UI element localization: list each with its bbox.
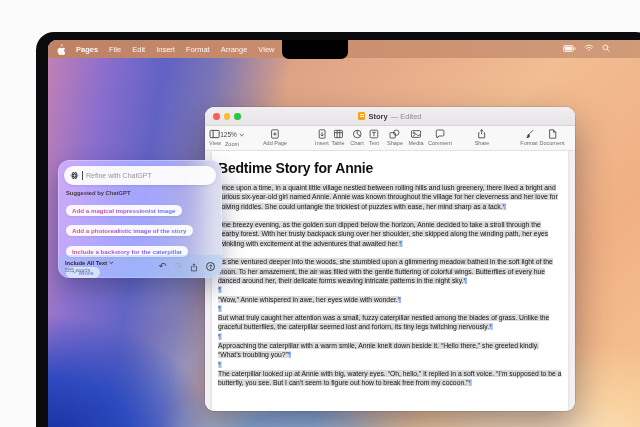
pilcrow-mark: ¶	[218, 333, 222, 340]
pilcrow-mark: ¶	[463, 277, 467, 284]
add-page-button[interactable]: Add Page	[263, 129, 287, 146]
zoom-dropdown[interactable]: 125% Zoom	[220, 129, 244, 147]
text-button[interactable]: Text	[369, 129, 379, 146]
pilcrow-mark: ¶	[503, 203, 507, 210]
redo-icon[interactable]: ↷	[174, 262, 182, 271]
table-icon	[333, 129, 343, 139]
word-count: 585 words	[65, 267, 114, 273]
view-icon	[209, 129, 220, 139]
suggested-by-chatgpt-label: Suggested by ChatGPT	[66, 190, 214, 196]
apple-menu-icon[interactable]	[56, 44, 65, 55]
document-button[interactable]: Document	[539, 129, 564, 146]
chart-button[interactable]: Chart	[350, 129, 363, 146]
macbook-screen: Pages File Edit Insert Format Arrange Vi…	[48, 40, 640, 427]
suggestion-pill[interactable]: Add a photorealistic image of the story	[66, 225, 193, 236]
share-icon[interactable]	[190, 258, 198, 276]
battery-icon[interactable]	[563, 45, 576, 54]
media-icon	[410, 129, 421, 139]
prompt-placeholder: Refine with ChatGPT	[86, 172, 152, 179]
menu-item-pages[interactable]: Pages	[76, 45, 98, 54]
paragraph: Once upon a time, in a quaint little vil…	[218, 183, 562, 211]
wifi-icon[interactable]	[584, 44, 594, 54]
chatgpt-prompt-input[interactable]: Refine with ChatGPT	[64, 166, 216, 185]
pilcrow-mark: ¶	[288, 351, 292, 358]
format-icon	[524, 129, 534, 139]
refine-with-chatgpt-panel: Refine with ChatGPT Suggested by ChatGPT…	[58, 160, 222, 278]
text-icon	[369, 129, 379, 139]
empty-paragraph: ¶	[218, 304, 562, 313]
chatgpt-logo-icon	[70, 171, 79, 180]
pilcrow-mark: ¶	[399, 240, 403, 247]
add-page-icon	[270, 129, 280, 139]
include-all-text-dropdown[interactable]: Include All Text 585 words	[65, 260, 114, 273]
pilcrow-mark: ¶	[489, 323, 493, 330]
chevron-down-icon	[109, 261, 114, 265]
menu-item-file[interactable]: File	[109, 45, 121, 54]
menu-item-arrange[interactable]: Arrange	[221, 45, 248, 54]
empty-paragraph: ¶	[218, 248, 562, 257]
paragraph: The caterpillar looked up at Annie with …	[218, 369, 562, 388]
empty-paragraph: ¶	[218, 332, 562, 341]
pilcrow-mark: ¶	[218, 286, 222, 293]
undo-icon[interactable]: ↶	[158, 262, 166, 271]
send-button[interactable]	[206, 262, 216, 272]
share-button[interactable]: Share	[475, 129, 490, 146]
chart-icon	[352, 129, 362, 139]
insert-button[interactable]: Insert	[315, 129, 329, 146]
paragraph: But what truly caught her attention was …	[218, 313, 562, 332]
window-edited-status: — Edited	[391, 112, 422, 121]
window-title: Story	[368, 112, 387, 121]
shape-button[interactable]: Shape	[387, 129, 403, 146]
pilcrow-mark: ¶	[218, 305, 222, 312]
panel-footer: Include All Text 585 words ↶ ↷	[58, 255, 222, 278]
menu-item-edit[interactable]: Edit	[132, 45, 145, 54]
share-icon	[477, 129, 487, 139]
menu-item-view[interactable]: View	[258, 45, 274, 54]
menu-item-format[interactable]: Format	[186, 45, 210, 54]
minimize-window-button[interactable]	[224, 113, 231, 120]
window-title-bar: Story — Edited	[205, 107, 575, 126]
shape-icon	[390, 129, 401, 139]
zoom-window-button[interactable]	[234, 113, 241, 120]
pilcrow-mark: ¶	[468, 379, 472, 386]
arrow-up-icon	[208, 264, 214, 270]
table-button[interactable]: Table	[331, 129, 344, 146]
format-button[interactable]: Format	[520, 129, 537, 146]
suggestion-pill[interactable]: Add a magical impressionist image	[66, 205, 182, 216]
insert-icon	[317, 129, 327, 139]
empty-paragraph: ¶	[218, 360, 562, 369]
document-icon	[547, 129, 557, 139]
view-button[interactable]: View	[209, 129, 221, 146]
paragraph: One breezy evening, as the golden sun di…	[218, 220, 562, 248]
menu-item-insert[interactable]: Insert	[156, 45, 175, 54]
paragraph: Approaching the caterpillar with a warm …	[218, 341, 562, 360]
pages-window: Story — Edited View 125% Zoom Add P	[205, 107, 575, 411]
pages-toolbar: View 125% Zoom Add Page Insert	[205, 126, 575, 151]
document-canvas: Bedtime Story for Annie Once upon a time…	[205, 151, 575, 410]
text-caret	[82, 171, 83, 180]
search-icon[interactable]	[602, 44, 610, 54]
empty-paragraph: ¶	[218, 285, 562, 294]
camera-notch	[282, 40, 348, 59]
document-body: Bedtime Story for Annie Once upon a time…	[212, 151, 568, 388]
paragraph: “Wow,” Annie whispered in awe, her eyes …	[218, 295, 562, 304]
chevron-down-icon	[239, 133, 244, 137]
comment-icon	[435, 129, 445, 139]
document-page[interactable]: Bedtime Story for Annie Once upon a time…	[212, 151, 568, 410]
document-title: Bedtime Story for Annie	[218, 160, 562, 176]
comment-button[interactable]: Comment	[428, 129, 452, 146]
empty-paragraph: ¶	[218, 211, 562, 220]
marketing-canvas: Pages File Edit Insert Format Arrange Vi…	[0, 0, 640, 427]
pilcrow-mark: ¶	[218, 361, 222, 368]
close-window-button[interactable]	[213, 113, 220, 120]
media-button[interactable]: Media	[409, 129, 424, 146]
pilcrow-mark: ¶	[398, 296, 402, 303]
paragraph: As she ventured deeper into the woods, s…	[218, 257, 562, 285]
pages-document-icon	[358, 112, 365, 120]
